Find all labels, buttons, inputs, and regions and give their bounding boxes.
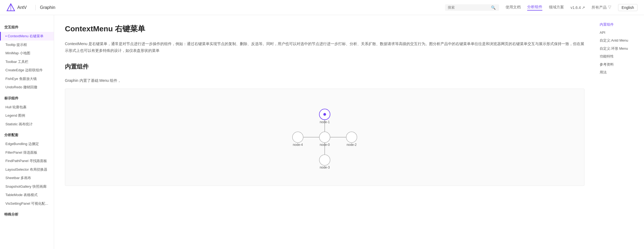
graph-canvas[interactable]: node-1 node-0 node-2 node-3 xyxy=(65,89,584,186)
sidebar-item-vissettingpanel[interactable]: VisSettingPanel 可视化配... xyxy=(0,199,54,208)
node-2-label: node-2 xyxy=(347,143,357,146)
sidebar-item-minimap[interactable]: MiniMap 小地图 xyxy=(0,49,54,58)
toc-sidebar: 内置组件 API 自定义:Antd Menu 自定义:环形 Menu 功能特性 … xyxy=(595,15,644,249)
node-3-label: node-3 xyxy=(320,166,330,169)
sidebar-item-filterpanel[interactable]: FilterPanel 筛选面板 xyxy=(0,148,54,157)
toc-item-usage[interactable]: 用法 xyxy=(600,68,640,76)
svg-point-3 xyxy=(323,113,326,116)
sidebar-group-special: 特殊分析 xyxy=(0,210,54,219)
search-icon: 🔍 xyxy=(491,5,496,10)
sidebar-item-edgebundling[interactable]: EdgeBundling 边捆定 xyxy=(0,140,54,148)
graph-demo-container[interactable]: node-1 node-0 node-2 node-3 xyxy=(65,89,585,186)
sidebar-item-hull[interactable]: Hull 轮廓包裹 xyxy=(0,103,54,112)
toc-item-features[interactable]: 功能特性 xyxy=(600,52,640,60)
sidebar-item-tablemode[interactable]: TableMode 表格模式 xyxy=(0,191,54,199)
search-input[interactable] xyxy=(448,5,491,9)
nav-all-products[interactable]: 所有产品 ▽ xyxy=(592,5,612,10)
sidebar-item-tooltip[interactable]: Tooltip 提示框 xyxy=(0,41,54,49)
sidebar-item-fisheye[interactable]: FishEye 鱼眼放大镜 xyxy=(0,75,54,83)
svg-point-5 xyxy=(346,132,357,143)
toc-item-custom-circle[interactable]: 自定义:环形 Menu xyxy=(600,45,640,53)
svg-point-6 xyxy=(319,154,330,165)
nav-link-docs[interactable]: 使用文档 xyxy=(506,5,521,10)
left-sidebar: 交互组件 ContextMenu 右键菜单 Tooltip 提示框 MiniMa… xyxy=(0,15,54,249)
graph-node-3[interactable]: node-3 xyxy=(319,154,330,169)
page-layout: 交互组件 ContextMenu 右键菜单 Tooltip 提示框 MiniMa… xyxy=(0,15,644,249)
sidebar-item-createedge[interactable]: CreateEdge 边联联组件 xyxy=(0,66,54,75)
node-1-label: node-1 xyxy=(320,120,330,124)
page-title: ContextMenu 右键菜单 xyxy=(65,24,585,34)
nav-link-components[interactable]: 分析组件 xyxy=(527,5,542,11)
sidebar-item-toolbar[interactable]: Toolbar 工具栏 xyxy=(0,58,54,66)
graph-node-1[interactable]: node-1 xyxy=(319,109,330,124)
sidebar-item-snapshotgallery[interactable]: SnapshotGallery 快照画廊 xyxy=(0,182,54,191)
sidebar-group-interactive: 交互组件 xyxy=(0,23,54,32)
node-4-label: node-4 xyxy=(293,143,303,146)
page-description: ContextMenu 是右键菜单，通常是对节点进行进一步操作的组件，例如：通过… xyxy=(65,41,585,54)
toc-item-custom-antd[interactable]: 自定义:Antd Menu xyxy=(600,36,640,45)
nav-logo-divider xyxy=(35,5,36,10)
sidebar-item-findpathpanel[interactable]: FindPathPanel 寻找路面板 xyxy=(0,157,54,165)
nav-links: 使用文档 分析组件 领域方案 v1.6.4 ↗ 所有产品 ▽ English xyxy=(506,4,638,11)
toc-item-references[interactable]: 参考资料 xyxy=(600,60,640,69)
top-navbar: AntV Graphin 🔍 使用文档 分析组件 领域方案 v1.6.4 ↗ 所… xyxy=(0,0,644,15)
sidebar-item-statistic[interactable]: Statistic 画布统计 xyxy=(0,120,54,129)
graph-node-0[interactable]: node-0 xyxy=(319,132,330,147)
sidebar-group-analysis: 分析配套 xyxy=(0,130,54,140)
svg-point-4 xyxy=(319,132,330,143)
nav-version[interactable]: v1.6.4 ↗ xyxy=(570,5,585,10)
nav-product-name: Graphin xyxy=(40,5,55,10)
sidebar-item-layoutselector[interactable]: LayoutSelector 布局切换器 xyxy=(0,165,54,174)
sidebar-group-marker: 标示组件 xyxy=(0,94,54,103)
toc-item-builtin[interactable]: 内置组件 xyxy=(600,21,640,29)
nav-search-box[interactable]: 🔍 xyxy=(445,4,499,11)
section1-title: 内置组件 xyxy=(65,63,585,73)
node-0-label: node-0 xyxy=(320,143,330,146)
nav-lang-button[interactable]: English xyxy=(618,4,638,11)
section1-desc: Graphin 内置了基础 Menu 组件， xyxy=(65,77,585,84)
antv-text: AntV xyxy=(17,5,27,10)
sidebar-item-legend[interactable]: Legend 图例 xyxy=(0,111,54,120)
toc-item-api[interactable]: API xyxy=(600,29,640,37)
graph-node-4[interactable]: node-4 xyxy=(293,132,303,147)
main-content: ContextMenu 右键菜单 ContextMenu 是右键菜单，通常是对节… xyxy=(54,15,595,249)
graph-node-2[interactable]: node-2 xyxy=(346,132,357,147)
antv-logo-icon xyxy=(6,3,15,12)
nav-logo[interactable]: AntV xyxy=(6,3,27,12)
nav-link-solutions[interactable]: 领域方案 xyxy=(549,5,564,10)
sidebar-item-contextmenu[interactable]: ContextMenu 右键菜单 xyxy=(0,32,54,41)
sidebar-item-sheetbar[interactable]: Sheetbar 多画布 xyxy=(0,174,54,182)
svg-point-7 xyxy=(293,132,303,143)
sidebar-item-undoredo[interactable]: UndoRedo 撤销回撤 xyxy=(0,83,54,92)
